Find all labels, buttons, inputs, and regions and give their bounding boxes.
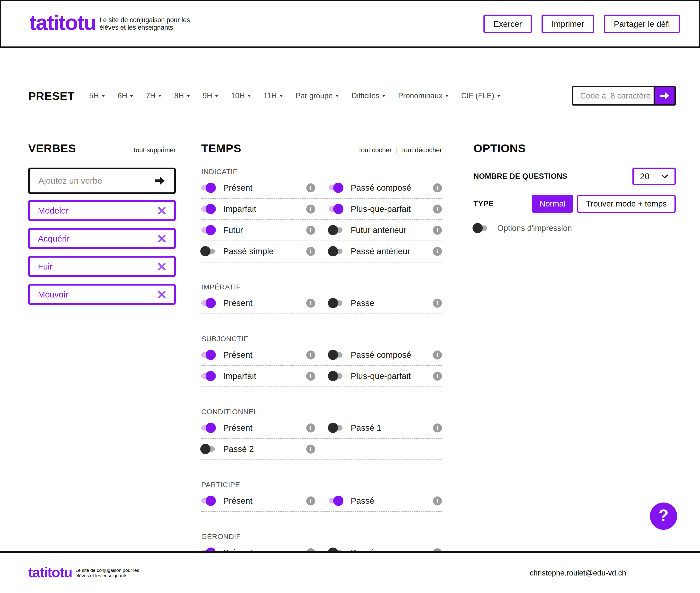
type-button-normal[interactable]: Normal <box>532 195 573 213</box>
tense-toggle-pass-compos-[interactable] <box>329 185 343 191</box>
preset-item-11h[interactable]: 11H <box>263 91 283 100</box>
remove-verb-button[interactable] <box>158 234 166 243</box>
tense-section: IMPÉRATIF Présent i Passé i <box>201 283 442 314</box>
info-icon[interactable]: i <box>306 299 315 308</box>
remove-verb-button[interactable] <box>158 263 166 271</box>
footer-logo-tagline: Le site de conjugaison pour les élèves e… <box>76 568 139 578</box>
contact-email[interactable]: christophe.roulet@edu-vd.ch <box>530 569 626 578</box>
print-options-toggle[interactable] <box>474 226 487 231</box>
tense-toggle-pr-sent[interactable] <box>201 425 215 431</box>
type-button-trouver-mode-temps[interactable]: Trouver mode + temps <box>577 195 676 213</box>
tense-toggle-imparfait[interactable] <box>201 373 215 379</box>
tense-toggle-pass-ant-rieur[interactable] <box>329 248 343 254</box>
add-verb-box <box>28 168 176 194</box>
tense-row: Présent i Passé composé i <box>201 178 442 199</box>
tense-toggle-pr-sent[interactable] <box>201 352 215 358</box>
mood-label: CONDITIONNEL <box>201 408 442 416</box>
info-icon[interactable]: i <box>433 351 442 359</box>
header-logo[interactable]: tatitotu Le site de conjugaison pour les… <box>30 12 190 36</box>
preset-item-pronominaux[interactable]: Pronominaux <box>398 91 449 100</box>
tense-row: Passé simple i Passé antérieur i <box>201 241 442 263</box>
help-button[interactable]: ? <box>650 503 677 530</box>
empty-cell <box>329 444 442 454</box>
info-icon[interactable]: i <box>306 226 315 235</box>
tense-toggle-imparfait[interactable] <box>201 206 215 211</box>
preset-item-cif-fle-[interactable]: CIF (FLE) <box>461 91 500 100</box>
info-icon[interactable]: i <box>306 205 315 213</box>
preset-item-7h[interactable]: 7H <box>146 91 162 100</box>
type-label: TYPE <box>474 199 493 208</box>
preset-item-8h[interactable]: 8H <box>174 91 190 100</box>
preset-item-9h[interactable]: 9H <box>203 91 219 100</box>
info-icon[interactable]: i <box>433 205 442 213</box>
preset-item-5h[interactable]: 5H <box>89 91 105 100</box>
info-icon[interactable]: i <box>306 184 315 192</box>
info-icon[interactable]: i <box>306 247 315 256</box>
footer-logo-text: tatitotu <box>28 565 72 581</box>
verb-chip: Acquérir <box>28 228 176 249</box>
preset-row: PRESET 5H 6H 7H 8H 9H 10H 11H <box>28 86 676 106</box>
tense-label: Plus-que-parfait <box>351 204 411 214</box>
tense-row: Présent i Passé i <box>201 491 442 512</box>
arrow-right-icon <box>659 91 670 100</box>
code-submit-button[interactable] <box>654 87 674 104</box>
preset-item-par-groupe[interactable]: Par groupe <box>296 91 339 100</box>
info-icon[interactable]: i <box>433 184 442 192</box>
tense-label: Présent <box>223 496 253 506</box>
tense-label: Passé <box>351 298 374 308</box>
tense-toggle-pass-compos-[interactable] <box>329 352 343 358</box>
verb-chip-label: Modeler <box>38 206 69 215</box>
partager-defi-button[interactable]: Partager le défi <box>604 14 680 33</box>
tense-section: CONDITIONNEL Présent i Passé 1 i Passé 2… <box>201 408 442 460</box>
info-icon[interactable]: i <box>433 247 442 256</box>
check-all-link[interactable]: tout cocher <box>359 147 392 154</box>
tense-toggle-pr-sent[interactable] <box>201 498 215 504</box>
header: tatitotu Le site de conjugaison pour les… <box>0 0 700 48</box>
preset-item-10h[interactable]: 10H <box>231 91 251 100</box>
clear-all-verbs-link[interactable]: tout supprimer <box>134 147 176 154</box>
tense-toggle-pr-sent[interactable] <box>201 301 215 306</box>
tense-toggle-plus-que-parfait[interactable] <box>329 373 343 379</box>
add-verb-input[interactable] <box>38 176 154 186</box>
preset-item-difficiles[interactable]: Difficiles <box>351 91 386 100</box>
tense-toggle-pass-1[interactable] <box>329 425 343 431</box>
info-icon[interactable]: i <box>306 497 315 506</box>
chevron-down-icon <box>158 95 162 97</box>
tense-toggle-pass-2[interactable] <box>201 446 215 452</box>
verb-chip: Fuir <box>28 256 176 277</box>
info-icon[interactable]: i <box>306 445 315 453</box>
tense-label: Passé 2 <box>223 444 254 454</box>
imprimer-button[interactable]: Imprimer <box>541 14 594 33</box>
remove-verb-button[interactable] <box>158 206 166 215</box>
exercer-button[interactable]: Exercer <box>483 14 532 33</box>
tense-toggle-futur-ant-rieur[interactable] <box>329 228 343 233</box>
uncheck-all-link[interactable]: tout décocher <box>402 147 442 154</box>
verb-list: Modeler Acquérir Fuir Mouvoir <box>28 200 176 305</box>
info-icon[interactable]: i <box>306 424 315 432</box>
questions-select[interactable]: 20 <box>632 168 676 185</box>
tense-label: Passé composé <box>351 350 411 360</box>
info-icon[interactable]: i <box>433 372 442 381</box>
info-icon[interactable]: i <box>306 351 315 359</box>
info-icon[interactable]: i <box>433 299 442 308</box>
info-icon[interactable]: i <box>433 424 442 432</box>
header-actions: Exercer Imprimer Partager le défi <box>483 14 680 33</box>
tense-toggle-plus-que-parfait[interactable] <box>329 206 343 211</box>
remove-verb-button[interactable] <box>158 290 166 299</box>
tense-toggle-pass-simple[interactable] <box>201 248 215 254</box>
add-verb-button[interactable] <box>154 176 166 186</box>
info-icon[interactable]: i <box>433 226 442 235</box>
tense-toggle-pass-[interactable] <box>329 301 343 306</box>
tense-toggle-futur[interactable] <box>201 228 215 233</box>
info-icon[interactable]: i <box>306 372 315 381</box>
chevron-down-icon <box>101 95 105 97</box>
tense-toggle-pass-[interactable] <box>329 498 343 504</box>
tense-section: PARTICIPE Présent i Passé i <box>201 481 442 512</box>
info-icon[interactable]: i <box>433 497 442 506</box>
close-icon <box>158 206 166 215</box>
tense-label: Présent <box>223 350 253 360</box>
preset-item-6h[interactable]: 6H <box>118 91 133 100</box>
tense-toggle-pr-sent[interactable] <box>201 185 215 191</box>
chevron-down-icon <box>215 95 218 97</box>
code-input[interactable] <box>573 87 654 104</box>
